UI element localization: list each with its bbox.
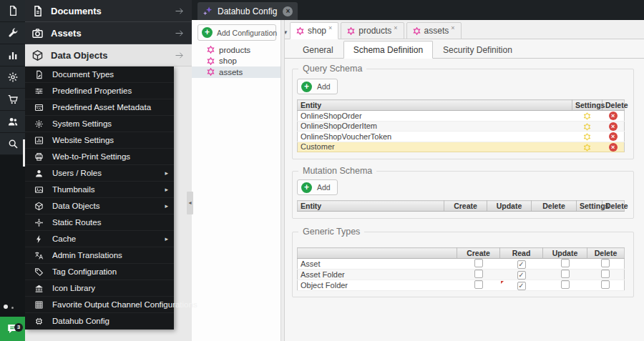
checkbox-create[interactable]	[474, 280, 483, 289]
delete-icon[interactable]: ×	[609, 143, 618, 152]
menu-item-predefined-asset-metadata[interactable]: Predefined Asset Metadata	[25, 99, 174, 116]
menu-item-web-to-print[interactable]: Web-to-Print Settings	[25, 149, 174, 165]
checkbox-create[interactable]	[474, 259, 483, 267]
sidebar-collapse-handle[interactable]: ◂	[187, 192, 193, 214]
menu-item-predefined-properties[interactable]: Predefined Properties	[25, 83, 174, 99]
column-header-update[interactable]: Update	[487, 201, 532, 212]
close-icon[interactable]: ×	[283, 6, 293, 16]
column-header-delete[interactable]: Delete	[602, 100, 625, 111]
add-configuration-button[interactable]: + Add Configuration ▼	[197, 24, 276, 41]
tree-item-label: products	[219, 46, 250, 54]
settings-icon[interactable]	[583, 123, 591, 131]
nav-search-button[interactable]	[0, 133, 25, 155]
tree-item-assets[interactable]: assets	[192, 66, 280, 78]
type-cell: Asset	[298, 259, 457, 270]
menu-item-users-roles[interactable]: Users / Roles▸	[25, 165, 174, 182]
column-header-settings[interactable]: Settings	[577, 201, 602, 212]
menu-item-tag-configuration[interactable]: Tag Configuration	[25, 264, 174, 280]
table-row-selected[interactable]: Customer ×	[298, 142, 625, 152]
close-icon[interactable]: ×	[328, 24, 332, 31]
configuration-tree-panel: + Add Configuration ▼ products shop asse…	[192, 20, 281, 341]
menu-item-website-settings[interactable]: Website Settings	[25, 132, 174, 149]
nav-ecommerce-button[interactable]	[0, 89, 25, 111]
delete-icon[interactable]: ×	[609, 112, 618, 120]
column-header-delete[interactable]: Delete	[532, 201, 577, 212]
settings-icon[interactable]	[583, 144, 591, 152]
settings-icon[interactable]	[583, 133, 591, 141]
tab-assets[interactable]: assets ×	[406, 22, 462, 39]
user-icon	[34, 169, 44, 178]
checkbox-read[interactable]: ✓	[517, 260, 526, 269]
checkbox-update[interactable]	[561, 280, 570, 289]
table-row[interactable]: OnlineShopOrderItem ×	[298, 121, 625, 132]
tab-shop[interactable]: shop ×	[290, 22, 338, 39]
checkbox-delete[interactable]	[601, 259, 610, 267]
query-schema-add-button[interactable]: + Add	[297, 79, 338, 94]
checkbox-create[interactable]	[474, 270, 483, 278]
sidebar-section-documents[interactable]: Documents	[25, 0, 192, 22]
checkbox-update[interactable]	[561, 259, 570, 267]
nav-settings-button[interactable]	[0, 66, 25, 89]
checkbox-read[interactable]: ✓	[517, 282, 526, 290]
close-icon[interactable]: ×	[394, 24, 397, 31]
panel-splitter[interactable]	[281, 20, 285, 341]
checkbox-delete[interactable]	[601, 270, 610, 278]
delete-icon[interactable]: ×	[609, 132, 618, 141]
menu-item-cache[interactable]: Cache▸	[25, 231, 174, 247]
nav-users-button[interactable]	[0, 111, 25, 133]
sidebar-section-assets[interactable]: Assets	[25, 22, 192, 44]
table-row[interactable]: Asset Folder ✓	[298, 270, 625, 280]
sidebar-section-data-objects[interactable]: Data Objects	[25, 44, 192, 66]
tab-security-definition[interactable]: Security Definition	[433, 41, 522, 59]
column-header-delete2[interactable]: Delete	[602, 201, 625, 212]
chip-icon	[34, 317, 44, 326]
tree-item-products[interactable]: products	[192, 44, 280, 56]
menu-item-data-objects[interactable]: Data Objects▸	[25, 198, 174, 214]
tree-item-shop[interactable]: shop	[192, 56, 280, 67]
column-header-delete[interactable]: Delete	[587, 248, 625, 259]
tab-products[interactable]: products ×	[341, 22, 404, 39]
sparkle-icon	[203, 6, 213, 16]
menu-item-favorite-output-channels[interactable]: Favorite Output Channel Configurations	[25, 297, 174, 313]
nav-tools-button[interactable]	[0, 22, 25, 44]
main-panel: shop × products × assets × General Schem…	[285, 20, 644, 341]
submenu-caret-icon: ▸	[165, 186, 168, 193]
camera-icon	[31, 27, 44, 39]
column-header-read[interactable]: Read	[500, 248, 543, 259]
column-header-create[interactable]: Create	[457, 248, 500, 259]
file-pen-icon	[34, 70, 44, 79]
menu-item-static-routes[interactable]: Static Routes	[25, 214, 174, 231]
mutation-schema-fieldset: Mutation Schema + Add Entity Create Upda…	[292, 171, 634, 219]
workspace-tab-datahub-config[interactable]: Datahub Config ×	[197, 2, 298, 20]
menu-item-icon-library[interactable]: Icon Library	[25, 280, 174, 297]
column-header-settings[interactable]: Settings	[572, 100, 602, 111]
section-label: Data Objects	[51, 50, 174, 61]
settings-icon[interactable]	[583, 112, 591, 120]
menu-item-thumbnails[interactable]: Thumbnails▸	[25, 182, 174, 198]
column-header-create[interactable]: Create	[444, 201, 487, 212]
column-header-entity[interactable]: Entity	[298, 201, 444, 212]
table-row[interactable]: Object Folder ✓	[298, 280, 625, 291]
menu-item-admin-translations[interactable]: Admin Translations	[25, 247, 174, 264]
column-header-update[interactable]: Update	[543, 248, 587, 259]
menu-item-system-settings[interactable]: System Settings	[25, 116, 174, 132]
table-row[interactable]: Asset ✓	[298, 259, 625, 270]
mutation-schema-add-button[interactable]: + Add	[297, 179, 338, 195]
close-icon[interactable]: ×	[451, 24, 454, 31]
chat-button[interactable]: 3	[0, 317, 25, 341]
nav-reports-button[interactable]	[0, 44, 25, 66]
nav-documents-button[interactable]	[0, 0, 25, 22]
checkbox-update[interactable]	[561, 270, 570, 278]
checkbox-delete[interactable]	[601, 280, 610, 289]
column-header-entity[interactable]: Entity	[298, 100, 572, 111]
menu-item-label: Data Objects	[52, 202, 165, 210]
table-row[interactable]: OnlineShopVoucherToken ×	[298, 132, 625, 142]
menu-item-document-types[interactable]: Document Types	[25, 66, 174, 83]
arrow-right-icon	[174, 50, 185, 61]
checkbox-read[interactable]: ✓	[517, 271, 526, 280]
menu-item-datahub-config[interactable]: Datahub Config	[25, 313, 174, 330]
table-row[interactable]: OnlineShopOrder ×	[298, 111, 625, 122]
tab-schema-definition[interactable]: Schema Definition	[343, 41, 433, 59]
delete-icon[interactable]: ×	[609, 122, 618, 131]
tab-general[interactable]: General	[293, 41, 343, 59]
